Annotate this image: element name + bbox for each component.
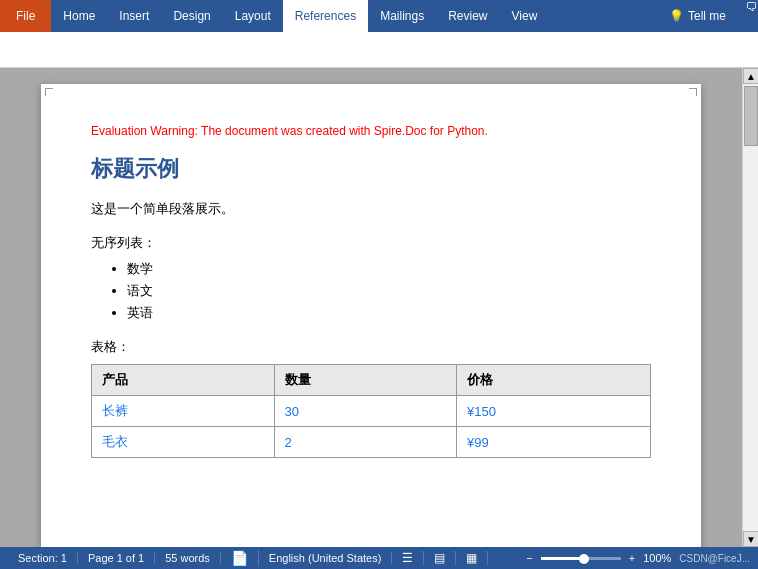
table-header-price: 价格 (457, 365, 651, 396)
zoom-bar[interactable] (541, 557, 621, 560)
table-cell-product-2[interactable]: 毛衣 (92, 427, 275, 458)
tab-design[interactable]: Design (161, 0, 222, 32)
table-row: 长裤 30 ¥150 (92, 396, 651, 427)
table-cell-qty-2: 2 (274, 427, 457, 458)
corner-tr (689, 88, 697, 96)
ribbon: File Home Insert Design Layout Reference… (0, 0, 758, 32)
toolbar-placeholder (8, 44, 11, 56)
document-container: Evaluation Warning: The document was cre… (0, 68, 742, 547)
read-mode-icon[interactable]: ▦ (456, 551, 488, 565)
tab-view[interactable]: View (500, 0, 550, 32)
chat-icon[interactable]: 🗨 (746, 0, 758, 32)
status-section: Section: 1 (8, 552, 78, 564)
scroll-down-button[interactable]: ▼ (743, 531, 758, 547)
tell-me-area: 💡 Tell me (657, 0, 738, 32)
status-language[interactable]: English (United States) (259, 552, 393, 564)
table-cell-product-1[interactable]: 长裤 (92, 396, 275, 427)
status-bar: Section: 1 Page 1 of 1 55 words 📄 Englis… (0, 547, 758, 569)
zoom-minus[interactable]: − (526, 552, 532, 564)
table-label: 表格： (91, 338, 651, 356)
tab-home[interactable]: Home (51, 0, 107, 32)
document-list: 数学 语文 英语 (127, 260, 651, 322)
eval-warning: Evaluation Warning: The document was cre… (91, 124, 651, 138)
zoom-area: − + 100% CSDN@FiceJ... (526, 552, 750, 564)
table-row: 毛衣 2 ¥99 (92, 427, 651, 458)
lightbulb-icon: 💡 (669, 9, 684, 23)
table-header-product: 产品 (92, 365, 275, 396)
corner-tl (45, 88, 53, 96)
scroll-up-button[interactable]: ▲ (743, 68, 758, 84)
ribbon-tabs: File Home Insert Design Layout Reference… (0, 0, 758, 32)
tab-layout[interactable]: Layout (223, 0, 283, 32)
zoom-plus[interactable]: + (629, 552, 635, 564)
main-area: Evaluation Warning: The document was cre… (0, 68, 758, 547)
table-cell-price-2: ¥99 (457, 427, 651, 458)
zoom-bar-fill (541, 557, 581, 560)
tab-insert[interactable]: Insert (107, 0, 161, 32)
tab-review[interactable]: Review (436, 0, 499, 32)
table-cell-qty-1: 30 (274, 396, 457, 427)
scroll-thumb[interactable] (744, 86, 758, 146)
table-cell-price-1: ¥150 (457, 396, 651, 427)
layout-icon[interactable]: ▤ (424, 551, 456, 565)
tab-references[interactable]: References (283, 0, 368, 32)
zoom-handle[interactable] (579, 554, 589, 564)
document-paragraph: 这是一个简单段落展示。 (91, 200, 651, 218)
status-page: Page 1 of 1 (78, 552, 155, 564)
document-table: 产品 数量 价格 长裤 30 ¥150 毛衣 2 ¥99 (91, 364, 651, 458)
status-words: 55 words (155, 552, 221, 564)
list-label: 无序列表： (91, 234, 651, 252)
tell-me-label[interactable]: Tell me (688, 9, 726, 23)
proofing-icon[interactable]: 📄 (221, 550, 259, 566)
scroll-track[interactable] (743, 84, 758, 531)
focus-icon[interactable]: ☰ (392, 551, 424, 565)
toolbar-area (0, 32, 758, 68)
scrollbar[interactable]: ▲ ▼ (742, 68, 758, 547)
tab-mailings[interactable]: Mailings (368, 0, 436, 32)
list-item: 英语 (127, 304, 651, 322)
watermark-text: CSDN@FiceJ... (679, 553, 750, 564)
document-page: Evaluation Warning: The document was cre… (41, 84, 701, 547)
zoom-percent: 100% (643, 552, 671, 564)
tab-file[interactable]: File (0, 0, 51, 32)
list-item: 语文 (127, 282, 651, 300)
table-header-row: 产品 数量 价格 (92, 365, 651, 396)
document-title: 标题示例 (91, 154, 651, 184)
table-header-quantity: 数量 (274, 365, 457, 396)
list-item: 数学 (127, 260, 651, 278)
